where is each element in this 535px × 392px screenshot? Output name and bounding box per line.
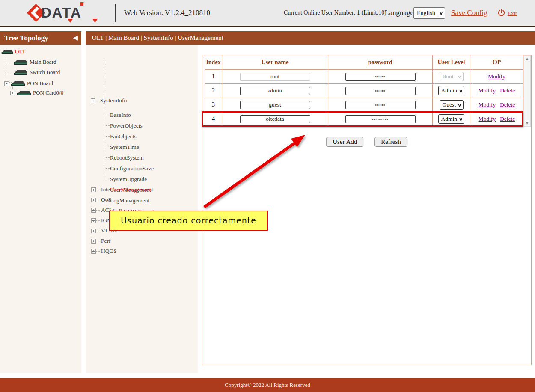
logo-accent-icon [92,19,98,23]
rack-device-icon [10,80,26,86]
nav-item-hqos[interactable]: +HQOS [86,246,198,256]
column-header-index: Index [205,55,222,70]
tree-connector [96,220,100,221]
exit-link[interactable]: Exit [508,0,517,26]
nav-item-systemtime[interactable]: SystemTime [86,142,198,152]
op-cell: ModifyDelete [470,112,523,126]
nav-item-systeminfo[interactable]: - SystemInfo [91,97,127,104]
username-input[interactable] [240,101,310,109]
rack-device-icon [1,49,14,55]
tree-connector [6,56,6,80]
user-level-cell: Admin∨ [433,112,470,126]
tree-connector [96,241,100,241]
nav-item-interface-management[interactable]: +Interface Management [86,184,198,195]
tree-topology-title: Tree Topology [4,34,48,42]
expand-node-icon[interactable]: + [91,249,96,254]
modify-link[interactable]: Modify [479,116,496,122]
expand-node-icon[interactable]: + [91,239,96,244]
expand-node-icon[interactable]: + [91,187,96,192]
nav-item-systemupgrade[interactable]: SystemUpgrade [86,174,198,184]
password-input[interactable] [345,115,416,123]
delete-link[interactable]: Delete [500,101,515,108]
nav-item-label: Perf [101,238,111,244]
cdata-logo: DATA [25,2,115,24]
user-level-value: Admin [441,116,458,122]
delete-link[interactable]: Delete [500,116,515,122]
user-level-select[interactable]: Admin∨ [438,114,465,124]
user-add-button[interactable]: User Add [326,137,363,147]
table-header-row: IndexUser namepasswordUser LevelOP [205,55,523,70]
collapse-sidebar-icon[interactable]: ◀ [73,31,78,45]
nav-item-powerobjects[interactable]: PowerObjects [86,120,198,131]
expand-node-icon[interactable]: + [91,218,96,223]
nav-item-configurationsave[interactable]: ConfigurationSave [86,163,198,174]
user-row-root: 1Root∨Modify [205,70,523,84]
user-level-select[interactable]: Admin∨ [438,86,465,95]
username-input[interactable] [240,87,310,95]
header-divider [115,4,116,22]
logo-accent-icon [68,19,73,23]
op-cell: ModifyDelete [470,98,523,112]
modify-link[interactable]: Modify [479,87,496,94]
rack-device-icon [13,59,28,65]
user-level-cell: Root∨ [433,70,470,84]
chevron-down-icon: ∨ [458,103,462,107]
scroll-up-icon[interactable]: ▲ [524,57,530,61]
tree-item-label: PON Card0/0 [33,89,63,96]
top-header: DATA Web Version: V1.2.4_210810 Current … [0,0,535,26]
device-tree-sidebar: OLT Main Board Switch Board - PON Board … [0,45,81,373]
nav-item-label: SystemInfo [100,97,127,104]
nav-item-qos[interactable]: +QoS [86,195,198,205]
tree-item-pon-card0-0[interactable]: + PON Card0/0 [10,89,63,97]
user-level-value: Admin [441,87,458,94]
tree-item-pon-board[interactable]: - PON Board [4,80,53,87]
expand-node-icon[interactable]: + [91,208,96,213]
tree-item-olt[interactable]: OLT [1,48,25,56]
modify-link[interactable]: Modify [488,73,505,80]
collapse-node-icon[interactable]: - [91,98,95,103]
page-root: DATA Web Version: V1.2.4_210810 Current … [0,0,535,392]
user-row-admin: 2Admin∨ModifyDelete [205,84,523,98]
tree-item-label: OLT [15,48,25,55]
username-input[interactable] [240,73,310,81]
tree-item-main-board[interactable]: Main Board [13,58,56,66]
tree-connector [6,72,12,72]
nav-item-rebootsystem[interactable]: RebootSystem [86,152,198,163]
language-select[interactable]: English ∨ [413,7,445,19]
nav-item-perf[interactable]: +Perf [86,236,198,246]
tree-item-switch-board[interactable]: Switch Board [13,68,60,76]
user-level-value: Root [443,73,454,80]
nav-item-label: HQOS [101,248,117,255]
password-input[interactable] [345,73,416,81]
tree-connector [96,190,100,190]
expand-node-icon[interactable]: + [91,229,96,233]
rack-device-icon [13,69,28,75]
nav-item-fanobjects[interactable]: FanObjects [86,131,198,142]
collapse-node-icon[interactable]: - [4,81,9,86]
modify-link[interactable]: Modify [479,101,496,108]
expand-node-icon[interactable]: + [10,91,15,95]
scroll-down-icon[interactable]: ▼ [524,121,530,125]
save-config-link[interactable]: Save Config [451,0,487,26]
expand-node-icon[interactable]: + [91,198,96,202]
password-cell [328,84,433,98]
success-tooltip: Usuario creado correctamente [109,211,268,231]
power-icon[interactable] [497,9,505,17]
nav-item-baseinfo[interactable]: BaseInfo [86,110,198,120]
web-version-text: Web Version: V1.2.4_210810 [124,0,210,26]
username-input[interactable] [240,115,310,123]
user-row-oltcdata: 4Admin∨ModifyDelete [205,112,523,126]
refresh-button[interactable]: Refresh [374,137,407,147]
column-header-op: OP [470,55,523,70]
action-buttons-row: User Add Refresh [326,137,407,147]
tree-item-label: PON Board [27,80,53,87]
delete-link[interactable]: Delete [500,87,515,94]
language-select-value: English [417,10,435,17]
tree-connector [96,231,100,231]
password-input[interactable] [345,87,416,95]
table-scrollbar[interactable]: ▲ ▼ [523,55,531,127]
index-cell: 3 [205,98,222,112]
password-input[interactable] [345,101,416,109]
user-level-select[interactable]: Guest∨ [440,100,464,110]
tree-connector [96,200,100,200]
